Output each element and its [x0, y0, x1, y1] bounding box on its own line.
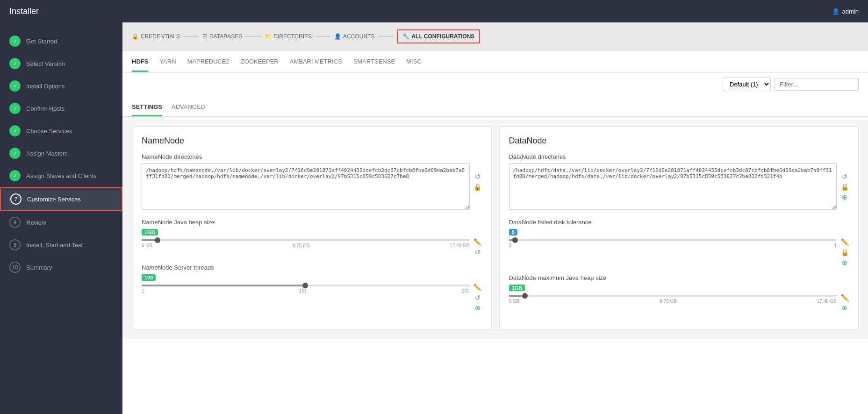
sidebar-item-assign-masters[interactable]: ✓Assign Masters	[0, 142, 122, 164]
sidebar-item-get-started[interactable]: ✓Get Started	[0, 30, 122, 52]
main-layout: ✓Get Started✓Select Version✓Install Opti…	[0, 22, 868, 414]
namenode-threads-labels: 1 101 200	[142, 288, 470, 293]
sidebar-item-confirm-hosts[interactable]: ✓Confirm Hosts	[0, 97, 122, 120]
user-menu[interactable]: 👤 admin	[832, 8, 859, 15]
wizard-step-credentials[interactable]: 🔒CREDENTIALS	[132, 33, 180, 40]
service-tab-misc[interactable]: MISC	[406, 51, 422, 72]
datanode-dir-textarea[interactable]: /hadoop/hdfs/data,/var/lib/docker/overla…	[509, 163, 837, 210]
datanode-dir-lock-icon[interactable]: 🔒	[840, 183, 849, 191]
filter-input[interactable]	[775, 78, 859, 91]
datanode-disk-thumb[interactable]	[512, 237, 518, 243]
sidebar-item-install-start[interactable]: 9Install, Start and Test	[0, 234, 122, 256]
namenode-heap-refresh-icon[interactable]: ↺	[473, 248, 482, 257]
sidebar-item-review[interactable]: 8Review	[0, 211, 122, 234]
step-circle-assign-slaves: ✓	[9, 170, 21, 181]
sidebar-item-choose-services[interactable]: ✓Choose Services	[0, 120, 122, 142]
wizard-label-all-configurations: ALL CONFIGURATIONS	[411, 33, 474, 40]
datanode-dir-row: /hadoop/hdfs/data,/var/lib/docker/overla…	[509, 163, 849, 211]
datanode-disk-content: 0 0 1	[509, 228, 837, 248]
sidebar-label-select-version: Select Version	[26, 60, 65, 67]
datanode-disk-edit-icon[interactable]: ✏️	[840, 238, 849, 246]
namenode-threads-refresh-icon[interactable]: ↺	[473, 293, 482, 302]
username: admin	[842, 8, 859, 15]
step-circle-assign-masters: ✓	[9, 148, 21, 159]
sidebar-item-install-options[interactable]: ✓Install Options	[0, 75, 122, 97]
wizard-icon-accounts: 👤	[334, 33, 341, 40]
namenode-threads-badge: 100	[142, 274, 156, 281]
service-tab-ambari-metrics[interactable]: AMBARI METRICS	[290, 51, 342, 72]
sidebar-item-summary[interactable]: 10Summary	[0, 256, 122, 278]
service-tab-smartsense[interactable]: SMARTSENSE	[353, 51, 395, 72]
namenode-heap-track[interactable]	[142, 239, 470, 241]
datanode-disk-label: DataNode failed disk tolerance	[509, 219, 849, 226]
wizard-nav: 🔒CREDENTIALS——☰DATABASES——📁DIRECTORIES——…	[122, 22, 868, 50]
group-select[interactable]: Default (1)	[723, 78, 771, 91]
datanode-heap-thumb[interactable]	[522, 293, 528, 299]
namenode-heap-edit-icon[interactable]: ✏️	[473, 238, 482, 246]
sidebar-label-get-started: Get Started	[26, 38, 57, 45]
settings-tab-advanced[interactable]: ADVANCED	[172, 100, 205, 116]
wizard-icon-credentials: 🔒	[132, 33, 139, 40]
sidebar-label-install-options: Install Options	[26, 83, 65, 90]
datanode-dir-add-icon[interactable]: ⊕	[840, 193, 849, 201]
step-circle-confirm-hosts: ✓	[9, 103, 21, 114]
sidebar-item-select-version[interactable]: ✓Select Version	[0, 52, 122, 75]
sidebar: ✓Get Started✓Select Version✓Install Opti…	[0, 22, 122, 414]
namenode-dir-lock-icon[interactable]: 🔒	[473, 183, 482, 191]
namenode-threads-add-icon[interactable]: ⊕	[473, 304, 482, 312]
namenode-dir-refresh-icon[interactable]: ↺	[473, 172, 482, 181]
wizard-step-accounts[interactable]: 👤ACCOUNTS	[334, 33, 374, 40]
datanode-heap-badge: 1GB	[509, 285, 525, 291]
wizard-label-directories: DIRECTORIES	[273, 33, 312, 40]
datanode-dir-refresh-icon[interactable]: ↺	[840, 172, 849, 181]
namenode-heap-labels: 0 GB 8.75 GB 17.48 GB	[142, 243, 470, 248]
datanode-dir-label: DataNode directories	[509, 153, 849, 160]
sidebar-label-assign-slaves: Assign Slaves and Clients	[26, 172, 96, 179]
datanode-heap-add-icon[interactable]: ⊕	[840, 304, 849, 312]
wizard-step-all-configurations[interactable]: 🔧ALL CONFIGURATIONS	[397, 29, 480, 43]
step-circle-customize-services: 7	[10, 193, 22, 205]
wizard-separator: ——	[316, 32, 330, 41]
step-circle-select-version: ✓	[9, 58, 21, 69]
datanode-heap-track[interactable]	[509, 295, 837, 297]
namenode-threads-track[interactable]	[142, 285, 470, 286]
namenode-heap-label: NameNode Java heap size	[142, 219, 482, 226]
namenode-heap-badge: 1GB	[142, 229, 158, 236]
content-area: 🔒CREDENTIALS——☰DATABASES——📁DIRECTORIES——…	[122, 22, 868, 414]
namenode-threads-edit-icon[interactable]: ✏️	[473, 283, 482, 292]
namenode-heap-content: 1GB 0 GB 8.75 GB 17.48 GB	[142, 228, 470, 248]
wizard-separator: ——	[184, 32, 199, 41]
inner-content: HDFSYARNMAPREDUCE2ZOOKEEPERAMBARI METRIC…	[122, 50, 868, 414]
sidebar-label-customize-services: Customize Services	[27, 196, 81, 203]
datanode-disk-add-icon[interactable]: ⊕	[840, 258, 849, 267]
datanode-card: DataNode DataNode directories /hadoop/hd…	[499, 126, 859, 329]
namenode-dir-textarea[interactable]: /hadoop/hdfs/namenode,/var/lib/docker/ov…	[142, 163, 470, 210]
wizard-step-directories[interactable]: 📁DIRECTORIES	[265, 33, 312, 40]
datanode-heap-edit-icon[interactable]: ✏️	[840, 293, 849, 302]
config-toolbar: Default (1)	[122, 73, 868, 96]
settings-tab-settings[interactable]: SETTINGS	[132, 100, 162, 116]
cards-container: NameNode NameNode directories /hadoop/hd…	[122, 117, 868, 339]
datanode-heap-labels: 0 GB 8.75 GB 17.48 GB	[509, 299, 837, 304]
namenode-heap-thumb[interactable]	[155, 237, 160, 243]
namenode-dir-content: /hadoop/hdfs/namenode,/var/lib/docker/ov…	[142, 163, 470, 211]
sidebar-label-summary: Summary	[26, 264, 52, 271]
datanode-dir-actions: ↺ 🔒 ⊕	[840, 163, 849, 201]
datanode-disk-lock-icon[interactable]: 🔒	[840, 248, 849, 257]
service-tab-hdfs[interactable]: HDFS	[132, 51, 148, 72]
settings-tabs: SETTINGSADVANCED	[122, 96, 868, 117]
wizard-step-databases[interactable]: ☰DATABASES	[202, 33, 242, 40]
service-tabs: HDFSYARNMAPREDUCE2ZOOKEEPERAMBARI METRIC…	[122, 50, 868, 73]
wizard-label-accounts: ACCOUNTS	[343, 33, 374, 40]
service-tab-zookeeper[interactable]: ZOOKEEPER	[241, 51, 279, 72]
sidebar-item-customize-services[interactable]: 7Customize Services	[0, 187, 122, 211]
namenode-threads-row: 100 1 101 200 ✏️	[142, 274, 482, 312]
datanode-disk-track[interactable]	[509, 239, 837, 241]
service-tab-mapreduce2[interactable]: MAPREDUCE2	[187, 51, 230, 72]
namenode-threads-thumb[interactable]	[302, 283, 308, 288]
namenode-threads-actions: ✏️ ↺ ⊕	[473, 274, 482, 312]
service-tab-yarn[interactable]: YARN	[159, 51, 176, 72]
step-circle-install-start: 9	[9, 239, 21, 250]
step-circle-get-started: ✓	[9, 36, 21, 47]
sidebar-item-assign-slaves[interactable]: ✓Assign Slaves and Clients	[0, 164, 122, 187]
